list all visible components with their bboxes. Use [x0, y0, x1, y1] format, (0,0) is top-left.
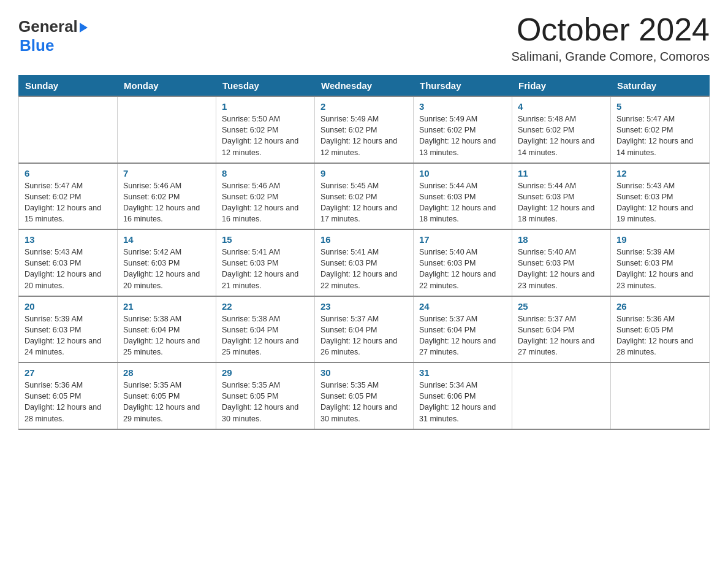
title-block: October 2024 Salimani, Grande Comore, Co… — [512, 12, 710, 64]
logo-general: General — [18, 17, 78, 36]
calendar-cell: 7Sunrise: 5:46 AM Sunset: 6:02 PM Daylig… — [118, 163, 216, 230]
week-row-4: 27Sunrise: 5:36 AM Sunset: 6:05 PM Dayli… — [19, 362, 710, 429]
day-number: 11 — [518, 168, 605, 178]
calendar-cell: 27Sunrise: 5:36 AM Sunset: 6:05 PM Dayli… — [19, 362, 118, 429]
day-number: 25 — [518, 301, 605, 312]
day-info: Sunrise: 5:43 AM Sunset: 6:03 PM Dayligh… — [25, 247, 112, 291]
day-info: Sunrise: 5:39 AM Sunset: 6:03 PM Dayligh… — [616, 247, 703, 291]
location-subtitle: Salimani, Grande Comore, Comoros — [512, 50, 710, 64]
day-info: Sunrise: 5:39 AM Sunset: 6:03 PM Dayligh… — [25, 313, 112, 358]
day-info: Sunrise: 5:45 AM Sunset: 6:02 PM Dayligh… — [320, 180, 408, 225]
day-number: 6 — [25, 168, 112, 178]
calendar-cell: 5Sunrise: 5:47 AM Sunset: 6:02 PM Daylig… — [611, 96, 710, 163]
day-number: 28 — [123, 367, 210, 378]
calendar-cell: 12Sunrise: 5:43 AM Sunset: 6:03 PM Dayli… — [611, 163, 710, 230]
calendar-cell: 15Sunrise: 5:41 AM Sunset: 6:03 PM Dayli… — [216, 229, 315, 296]
day-number: 31 — [419, 367, 506, 378]
day-number: 8 — [222, 168, 309, 178]
col-header-friday: Friday — [512, 75, 611, 97]
col-header-saturday: Saturday — [611, 75, 710, 97]
day-info: Sunrise: 5:35 AM Sunset: 6:05 PM Dayligh… — [123, 380, 210, 424]
day-info: Sunrise: 5:35 AM Sunset: 6:05 PM Dayligh… — [320, 380, 408, 424]
logo: General Blue — [18, 17, 88, 55]
calendar-cell: 28Sunrise: 5:35 AM Sunset: 6:05 PM Dayli… — [118, 362, 216, 429]
day-number: 10 — [419, 168, 506, 178]
calendar-cell: 2Sunrise: 5:49 AM Sunset: 6:02 PM Daylig… — [315, 96, 414, 163]
calendar-cell: 25Sunrise: 5:37 AM Sunset: 6:04 PM Dayli… — [512, 296, 611, 363]
day-info: Sunrise: 5:44 AM Sunset: 6:03 PM Dayligh… — [419, 180, 506, 225]
day-info: Sunrise: 5:50 AM Sunset: 6:02 PM Dayligh… — [222, 113, 309, 158]
week-row-2: 13Sunrise: 5:43 AM Sunset: 6:03 PM Dayli… — [19, 229, 710, 296]
day-number: 30 — [320, 367, 408, 378]
day-info: Sunrise: 5:42 AM Sunset: 6:03 PM Dayligh… — [123, 247, 210, 291]
day-number: 21 — [123, 301, 210, 312]
calendar-cell: 4Sunrise: 5:48 AM Sunset: 6:02 PM Daylig… — [512, 96, 611, 163]
col-header-tuesday: Tuesday — [216, 75, 315, 97]
calendar-cell: 11Sunrise: 5:44 AM Sunset: 6:03 PM Dayli… — [512, 163, 611, 230]
col-header-sunday: Sunday — [19, 75, 118, 97]
calendar-cell: 24Sunrise: 5:37 AM Sunset: 6:04 PM Dayli… — [414, 296, 512, 363]
calendar-cell — [512, 362, 611, 429]
week-row-1: 6Sunrise: 5:47 AM Sunset: 6:02 PM Daylig… — [19, 163, 710, 230]
day-number: 3 — [419, 101, 506, 112]
day-info: Sunrise: 5:37 AM Sunset: 6:04 PM Dayligh… — [419, 313, 506, 358]
day-info: Sunrise: 5:47 AM Sunset: 6:02 PM Dayligh… — [25, 180, 112, 225]
calendar-cell: 14Sunrise: 5:42 AM Sunset: 6:03 PM Dayli… — [118, 229, 216, 296]
calendar-cell: 9Sunrise: 5:45 AM Sunset: 6:02 PM Daylig… — [315, 163, 414, 230]
day-number: 18 — [518, 234, 605, 245]
day-info: Sunrise: 5:44 AM Sunset: 6:03 PM Dayligh… — [518, 180, 605, 225]
calendar-cell: 1Sunrise: 5:50 AM Sunset: 6:02 PM Daylig… — [216, 96, 315, 163]
calendar-cell: 13Sunrise: 5:43 AM Sunset: 6:03 PM Dayli… — [19, 229, 118, 296]
day-info: Sunrise: 5:38 AM Sunset: 6:04 PM Dayligh… — [123, 313, 210, 358]
calendar-cell: 31Sunrise: 5:34 AM Sunset: 6:06 PM Dayli… — [414, 362, 512, 429]
day-info: Sunrise: 5:47 AM Sunset: 6:02 PM Dayligh… — [616, 113, 703, 158]
day-number: 7 — [123, 168, 210, 178]
day-info: Sunrise: 5:48 AM Sunset: 6:02 PM Dayligh… — [518, 113, 605, 158]
day-number: 24 — [419, 301, 506, 312]
day-info: Sunrise: 5:41 AM Sunset: 6:03 PM Dayligh… — [320, 247, 408, 291]
day-number: 14 — [123, 234, 210, 245]
week-row-3: 20Sunrise: 5:39 AM Sunset: 6:03 PM Dayli… — [19, 296, 710, 363]
col-header-wednesday: Wednesday — [315, 75, 414, 97]
week-row-0: 1Sunrise: 5:50 AM Sunset: 6:02 PM Daylig… — [19, 96, 710, 163]
day-number: 12 — [616, 168, 703, 178]
day-info: Sunrise: 5:38 AM Sunset: 6:04 PM Dayligh… — [222, 313, 309, 358]
calendar-cell: 26Sunrise: 5:36 AM Sunset: 6:05 PM Dayli… — [611, 296, 710, 363]
day-number: 13 — [25, 234, 112, 245]
day-info: Sunrise: 5:36 AM Sunset: 6:05 PM Dayligh… — [616, 313, 703, 358]
day-number: 20 — [25, 301, 112, 312]
calendar-cell: 23Sunrise: 5:37 AM Sunset: 6:04 PM Dayli… — [315, 296, 414, 363]
col-header-thursday: Thursday — [414, 75, 512, 97]
calendar-cell: 19Sunrise: 5:39 AM Sunset: 6:03 PM Dayli… — [611, 229, 710, 296]
day-number: 5 — [616, 101, 703, 112]
day-number: 22 — [222, 301, 309, 312]
day-number: 19 — [616, 234, 703, 245]
day-info: Sunrise: 5:43 AM Sunset: 6:03 PM Dayligh… — [616, 180, 703, 225]
col-header-monday: Monday — [118, 75, 216, 97]
day-number: 1 — [222, 101, 309, 112]
day-number: 27 — [25, 367, 112, 378]
calendar-cell: 20Sunrise: 5:39 AM Sunset: 6:03 PM Dayli… — [19, 296, 118, 363]
day-number: 4 — [518, 101, 605, 112]
day-info: Sunrise: 5:40 AM Sunset: 6:03 PM Dayligh… — [419, 247, 506, 291]
day-number: 26 — [616, 301, 703, 312]
day-info: Sunrise: 5:40 AM Sunset: 6:03 PM Dayligh… — [518, 247, 605, 291]
month-title: October 2024 — [512, 12, 710, 47]
calendar-cell: 17Sunrise: 5:40 AM Sunset: 6:03 PM Dayli… — [414, 229, 512, 296]
day-info: Sunrise: 5:37 AM Sunset: 6:04 PM Dayligh… — [518, 313, 605, 358]
day-info: Sunrise: 5:36 AM Sunset: 6:05 PM Dayligh… — [25, 380, 112, 424]
calendar-cell — [19, 96, 118, 163]
calendar-cell: 22Sunrise: 5:38 AM Sunset: 6:04 PM Dayli… — [216, 296, 315, 363]
day-info: Sunrise: 5:37 AM Sunset: 6:04 PM Dayligh… — [320, 313, 408, 358]
day-number: 15 — [222, 234, 309, 245]
calendar-cell: 29Sunrise: 5:35 AM Sunset: 6:05 PM Dayli… — [216, 362, 315, 429]
calendar-cell: 21Sunrise: 5:38 AM Sunset: 6:04 PM Dayli… — [118, 296, 216, 363]
day-info: Sunrise: 5:49 AM Sunset: 6:02 PM Dayligh… — [320, 113, 408, 158]
calendar-cell: 30Sunrise: 5:35 AM Sunset: 6:05 PM Dayli… — [315, 362, 414, 429]
day-info: Sunrise: 5:49 AM Sunset: 6:02 PM Dayligh… — [419, 113, 506, 158]
logo-blue: Blue — [20, 36, 54, 55]
day-number: 16 — [320, 234, 408, 245]
day-info: Sunrise: 5:34 AM Sunset: 6:06 PM Dayligh… — [419, 380, 506, 424]
calendar-cell: 8Sunrise: 5:46 AM Sunset: 6:02 PM Daylig… — [216, 163, 315, 230]
calendar-cell: 16Sunrise: 5:41 AM Sunset: 6:03 PM Dayli… — [315, 229, 414, 296]
